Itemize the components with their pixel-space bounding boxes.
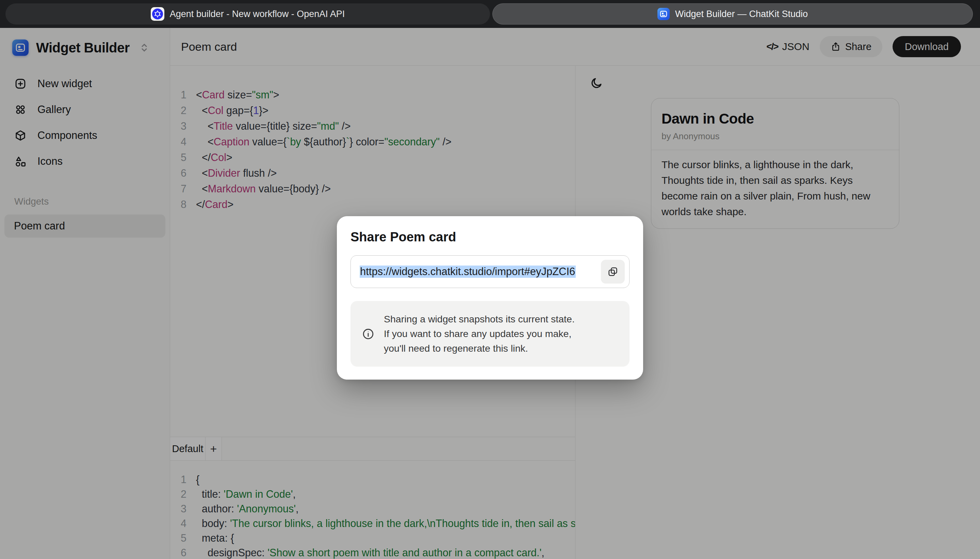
share-note: Sharing a widget snapshots its current s…: [350, 301, 630, 367]
titlebar-left-title: Agent builder - New workflow - OpenAI AP…: [170, 9, 345, 20]
share-url-value: https://widgets.chatkit.studio/import#ey…: [360, 266, 597, 278]
share-note-text: Sharing a widget snapshots its current s…: [384, 312, 575, 356]
info-icon: [362, 328, 374, 340]
share-modal: Share Poem card https://widgets.chatkit.…: [337, 216, 643, 380]
copy-link-button[interactable]: [601, 260, 625, 284]
widget-builder-favicon: [657, 8, 670, 20]
share-url-input[interactable]: https://widgets.chatkit.studio/import#ey…: [350, 255, 630, 288]
titlebar-right-title: Widget Builder — ChatKit Studio: [675, 9, 808, 20]
window-titlebar: Agent builder - New workflow - OpenAI AP…: [0, 0, 980, 28]
copy-icon: [607, 266, 618, 277]
share-modal-title: Share Poem card: [350, 230, 630, 245]
openai-logo-icon: [151, 7, 164, 21]
titlebar-tab-widget-builder[interactable]: Widget Builder — ChatKit Studio: [492, 3, 973, 25]
titlebar-tab-agent-builder[interactable]: Agent builder - New workflow - OpenAI AP…: [5, 3, 490, 25]
